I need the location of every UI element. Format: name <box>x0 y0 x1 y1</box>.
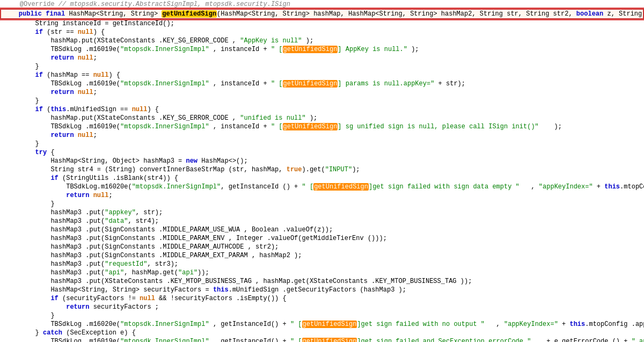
code-line-14: hashMap.put(XStateConstants .KEY_SG_ERRO… <box>0 114 644 122</box>
code-line-33: hashMap3 .put(XStateConstants .KEY_MTOP_… <box>0 277 644 286</box>
code-line-31: hashMap3 .put("requestId", str3); <box>0 260 644 268</box>
code-line-21: if (StringUtils .isBlank(str4)) { <box>0 174 644 183</box>
code-line-24: } <box>0 200 644 208</box>
code-line-20: String str4 = (String) convertInnerBaseS… <box>0 165 644 174</box>
code-line-5: hashMap.put(XStateConstants .KEY_SG_ERRO… <box>0 37 644 45</box>
code-line-9: if (hashMap == null) { <box>0 71 644 79</box>
code-line-7: return null; <box>0 54 644 62</box>
code-line-8: } <box>0 62 644 71</box>
annotation-override: @Override // mtopsdk.security.AbstractSi… <box>4 0 290 9</box>
code-line-16: return null; <box>0 131 644 140</box>
code-line-13: if (this.mUnifiedSign == null) { <box>0 105 644 114</box>
code-line-32: hashMap3 .put("api", hashMap.get("api"))… <box>0 268 644 277</box>
code-line-40: TBSdkLog .m16019e("mtopsdk.InnerSignImpl… <box>0 337 644 342</box>
code-line-2-method-sig: public final HashMap<String, String> get… <box>0 9 644 19</box>
code-line-23: return null; <box>0 191 644 200</box>
code-line-25: hashMap3 .put("appkey", str); <box>0 208 644 217</box>
code-line-36: return securityFactors ; <box>0 303 644 311</box>
code-line-22: TBSdkLog.m16020e("mtopsdk.InnerSignImpl"… <box>0 183 644 191</box>
code-line-12: } <box>0 97 644 105</box>
code-line-38: TBSdkLog .m16020e("mtopsdk.InnerSignImpl… <box>0 320 644 329</box>
code-line-1: @Override // mtopsdk.security.AbstractSi… <box>0 0 644 9</box>
code-line-17: } <box>0 140 644 148</box>
code-line-4: if (str == null) { <box>0 28 644 37</box>
code-line-11: return null; <box>0 88 644 97</box>
code-line-18: try { <box>0 148 644 157</box>
code-line-26: hashMap3 .put("data", str4); <box>0 217 644 225</box>
code-editor: @Override // mtopsdk.security.AbstractSi… <box>0 0 644 342</box>
code-line-3: String instanceId = getInstanceId(); <box>0 19 644 28</box>
code-line-27: hashMap3 .put(SignConstants .MIDDLE_PARA… <box>0 225 644 234</box>
code-line-34: HashMap<String, String> securityFactors … <box>0 286 644 294</box>
code-line-37: } <box>0 311 644 320</box>
code-line-10: TBSdkLog .m16019e("mtopsdk.InnerSignImpl… <box>0 79 644 88</box>
code-line-35: if (securityFactors != null && !security… <box>0 294 644 303</box>
code-line-6: TBSdkLog .m16019e("mtopsdk.InnerSignImpl… <box>0 45 644 54</box>
code-line-39-catch: } catch (SecException e) { <box>0 329 644 337</box>
code-line-28: hashMap3 .put(SignConstants .MIDDLE_PARA… <box>0 234 644 243</box>
code-line-15: TBSdkLog .m16019e("mtopsdk.InnerSignImpl… <box>0 122 644 131</box>
code-line-19: HashMap<String, Object> hashMap3 = new H… <box>0 157 644 165</box>
code-line-30: hashMap3 .put(SignConstants .MIDDLE_PARA… <box>0 251 644 260</box>
code-line-29: hashMap3 .put(SignConstants .MIDDLE_PARA… <box>0 243 644 251</box>
